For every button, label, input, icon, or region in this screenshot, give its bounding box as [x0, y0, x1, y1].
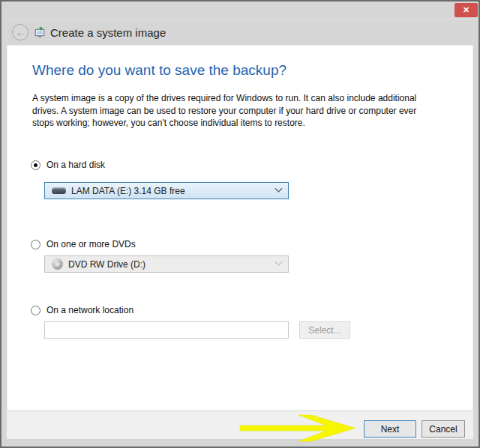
network-location-input[interactable] — [44, 321, 289, 339]
title-bar: ✕ — [2, 1, 478, 19]
hard-disk-icon — [52, 187, 66, 194]
header: ← Create a system image — [2, 19, 478, 45]
option-dvd[interactable]: On one or more DVDs — [31, 239, 136, 249]
chevron-down-icon — [275, 258, 283, 266]
radio-dvd[interactable] — [31, 240, 40, 249]
option-hard-disk-label: On a hard disk — [46, 160, 105, 170]
dvd-combobox: DVD RW Drive (D:) — [44, 255, 289, 273]
cancel-button[interactable]: Cancel — [422, 420, 465, 438]
dvd-disc-icon — [52, 258, 63, 270]
next-button[interactable]: Next — [364, 420, 416, 438]
description-text: A system image is a copy of the drives r… — [32, 92, 434, 130]
select-button: Select... — [299, 321, 350, 339]
system-image-app-icon — [34, 25, 46, 38]
window-title: Create a system image — [50, 26, 166, 39]
back-arrow-icon: ← — [16, 28, 26, 37]
page-title: Where do you want to save the backup? — [32, 62, 286, 79]
dialog-window: ✕ ← Create a system image Where do you w… — [0, 0, 480, 448]
close-button[interactable]: ✕ — [454, 3, 478, 17]
radio-hard-disk[interactable] — [31, 160, 40, 170]
dvd-combobox-value: DVD RW Drive (D:) — [68, 259, 146, 270]
option-network[interactable]: On a network location — [31, 305, 134, 315]
option-dvd-label: On one or more DVDs — [46, 239, 136, 249]
radio-network[interactable] — [31, 306, 40, 315]
option-hard-disk[interactable]: On a hard disk — [31, 160, 105, 170]
back-button[interactable]: ← — [12, 24, 28, 40]
option-network-label: On a network location — [46, 305, 134, 315]
footer-bar: Next Cancel — [7, 411, 473, 439]
chevron-down-icon — [275, 185, 283, 193]
hard-disk-combobox-value: LAM DATA (E:) 3.14 GB free — [71, 186, 185, 196]
hard-disk-combobox[interactable]: LAM DATA (E:) 3.14 GB free — [44, 182, 289, 199]
close-icon: ✕ — [463, 5, 470, 15]
content-panel: Where do you want to save the backup? A … — [7, 45, 473, 411]
